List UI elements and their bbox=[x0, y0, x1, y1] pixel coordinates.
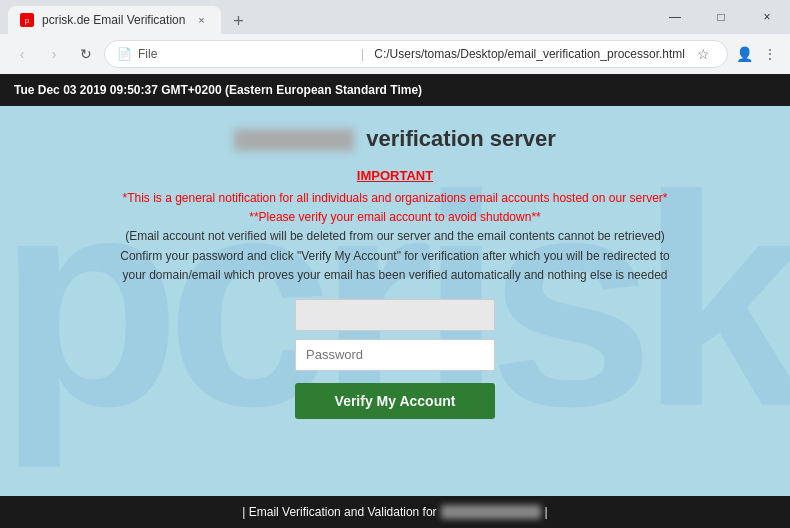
minimize-button[interactable]: — bbox=[652, 0, 698, 34]
menu-icon[interactable]: ⋮ bbox=[758, 42, 782, 66]
scheme-label: File bbox=[138, 47, 353, 61]
window-controls: — □ × bbox=[652, 0, 790, 34]
address-bar[interactable]: 📄 File | C:/Users/tomas/Desktop/email_ve… bbox=[104, 40, 728, 68]
tab-bar: p pcrisk.de Email Verification × + — □ × bbox=[0, 0, 790, 34]
maximize-button[interactable]: □ bbox=[698, 0, 744, 34]
bottom-bar: | Email Verification and Validation for … bbox=[0, 496, 790, 528]
active-tab[interactable]: p pcrisk.de Email Verification × bbox=[8, 6, 221, 34]
notice-line-2: **Please verify your email account to av… bbox=[120, 208, 669, 227]
content-area: verification server IMPORTANT *This is a… bbox=[95, 126, 695, 419]
file-icon: 📄 bbox=[117, 47, 132, 61]
notice-text: *This is a general notification for all … bbox=[120, 189, 669, 285]
address-text: C:/Users/tomas/Desktop/email_verificatio… bbox=[374, 47, 685, 61]
bottom-suffix: | bbox=[545, 505, 548, 519]
close-button[interactable]: × bbox=[744, 0, 790, 34]
important-label: IMPORTANT bbox=[357, 168, 433, 183]
notice-line-4: Confirm your password and click "Verify … bbox=[120, 247, 669, 266]
forward-button[interactable]: › bbox=[40, 40, 68, 68]
datetime-text: Tue Dec 03 2019 09:50:37 GMT+0200 (Easte… bbox=[14, 83, 422, 97]
back-button[interactable]: ‹ bbox=[8, 40, 36, 68]
verify-button[interactable]: Verify My Account bbox=[295, 383, 495, 419]
info-bar: Tue Dec 03 2019 09:50:37 GMT+0200 (Easte… bbox=[0, 74, 790, 106]
notice-line-1: *This is a general notification for all … bbox=[120, 189, 669, 208]
tab-close-button[interactable]: × bbox=[193, 12, 209, 28]
bottom-prefix: | Email Verification and Validation for bbox=[242, 505, 436, 519]
tab-favicon: p bbox=[20, 13, 34, 27]
nav-bar: ‹ › ↻ 📄 File | C:/Users/tomas/Desktop/em… bbox=[0, 34, 790, 74]
heading-suffix: verification server bbox=[366, 126, 556, 151]
password-input[interactable] bbox=[295, 339, 495, 371]
page-heading: verification server bbox=[234, 126, 556, 152]
new-tab-button[interactable]: + bbox=[225, 8, 251, 34]
blurred-domain-bottom bbox=[441, 505, 541, 519]
notice-line-3: (Email account not verified will be dele… bbox=[120, 227, 669, 246]
bookmark-icon[interactable]: ☆ bbox=[691, 42, 715, 66]
email-input[interactable] bbox=[295, 299, 495, 331]
profile-icon[interactable]: 👤 bbox=[732, 42, 756, 66]
main-content: pcrisk verification server IMPORTANT *Th… bbox=[0, 106, 790, 496]
notice-line-5: your domain/email which proves your emai… bbox=[120, 266, 669, 285]
tab-title: pcrisk.de Email Verification bbox=[42, 13, 185, 27]
login-form: Verify My Account bbox=[95, 299, 695, 419]
blurred-domain bbox=[234, 129, 354, 151]
refresh-button[interactable]: ↻ bbox=[72, 40, 100, 68]
